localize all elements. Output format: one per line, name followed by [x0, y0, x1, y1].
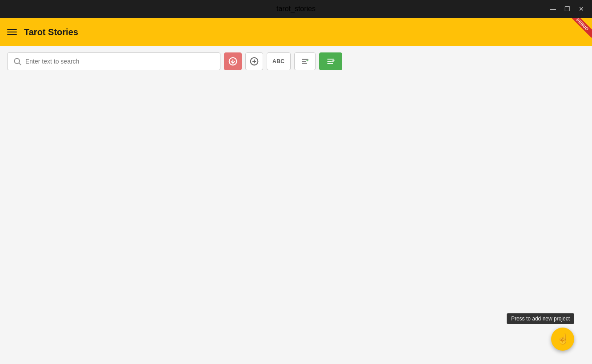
search-input[interactable] — [25, 58, 215, 65]
abc-button[interactable]: ABC — [267, 52, 291, 70]
fab-tooltip: Press to add new project — [507, 313, 574, 324]
fab-icon: ☝ — [557, 333, 569, 345]
search-icon — [13, 57, 22, 66]
add-download-button[interactable] — [224, 52, 242, 70]
search-container — [7, 52, 220, 70]
window-controls: — ❐ ✕ — [547, 4, 588, 14]
debug-badge-label: DEBUG — [569, 18, 592, 38]
check-all-button[interactable] — [319, 52, 342, 70]
maximize-button[interactable]: ❐ — [561, 4, 573, 14]
fab-container: Press to add new project ☝ — [507, 313, 574, 351]
main-content: Press to add new project ☝ — [0, 76, 592, 364]
hamburger-line-1 — [7, 29, 17, 30]
minimize-button[interactable]: — — [547, 4, 559, 14]
close-button[interactable]: ✕ — [575, 4, 588, 14]
svg-line-1 — [19, 63, 21, 65]
toolbar: ABC — [0, 46, 592, 76]
hamburger-line-3 — [7, 34, 17, 35]
svg-point-0 — [14, 58, 20, 64]
app-header: Tarot Stories DEBUG — [0, 18, 592, 46]
hamburger-menu-button[interactable] — [7, 29, 17, 35]
debug-badge: DEBUG — [567, 18, 592, 43]
app-window: Tarot Stories DEBUG — [0, 18, 592, 364]
window-title: tarot_stories — [276, 5, 316, 13]
add-project-fab[interactable]: ☝ — [551, 328, 574, 351]
filter-list-button[interactable] — [294, 52, 316, 70]
abc-label: ABC — [272, 58, 285, 64]
add-button[interactable] — [245, 52, 263, 70]
hamburger-line-2 — [7, 32, 17, 32]
app-title: Tarot Stories — [24, 27, 78, 37]
titlebar: tarot_stories — ❐ ✕ — [0, 0, 592, 18]
